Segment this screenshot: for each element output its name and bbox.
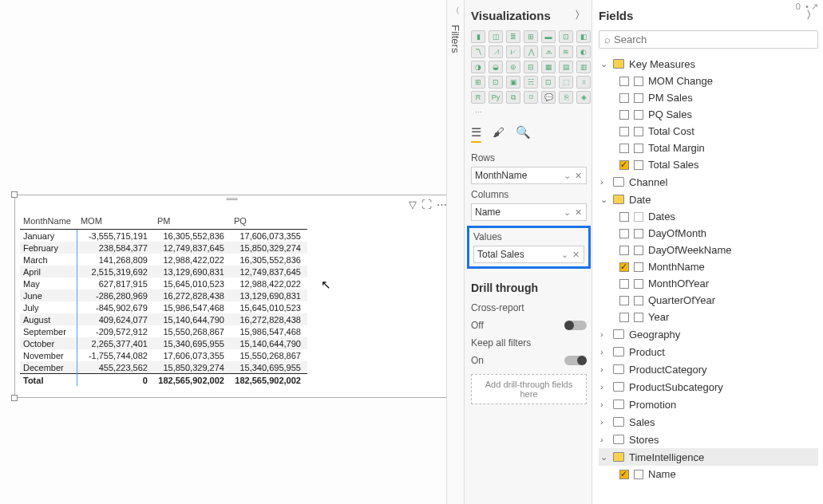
viz-type-icon[interactable]: ◑	[471, 61, 485, 73]
cross-report-toggle[interactable]	[564, 321, 587, 330]
viz-type-icon[interactable]: ▦	[541, 61, 556, 73]
focus-mode-icon[interactable]: ⛶	[421, 199, 432, 211]
drill-drop-zone[interactable]: Add drill-through fields here	[471, 374, 587, 404]
resize-handle-tl[interactable]	[11, 191, 18, 198]
field-item[interactable]: MonthOfYear	[618, 275, 818, 292]
viz-type-icon[interactable]: ▬	[541, 30, 556, 43]
viz-type-icon[interactable]: ⊟	[524, 61, 538, 73]
viz-type-icon[interactable]: ⊡	[489, 76, 503, 89]
viz-type-icon[interactable]: ≣	[506, 30, 520, 43]
col-header[interactable]: MonthName	[20, 213, 77, 230]
keep-filters-toggle[interactable]	[564, 356, 587, 365]
table-group[interactable]: ⌄TimeIntelligence	[599, 448, 818, 466]
checkbox[interactable]	[619, 212, 629, 222]
viz-type-icon[interactable]: ⊞	[471, 76, 485, 89]
viz-type-icon[interactable]: ⊡	[541, 76, 556, 89]
table-group[interactable]: ›ProductCategory	[599, 360, 818, 378]
table-row[interactable]: September-209,572,91215,550,268,86715,98…	[20, 325, 307, 337]
viz-type-icon[interactable]: ⧉	[506, 91, 520, 104]
viz-type-icon[interactable]: ▮	[471, 30, 485, 43]
viz-type-icon[interactable]: ◈	[576, 91, 591, 104]
checkbox[interactable]	[619, 229, 629, 238]
table-group[interactable]: ›Channel	[599, 173, 818, 191]
viz-type-icon[interactable]: ⩕	[541, 45, 556, 58]
viz-type-icon[interactable]: ▤	[559, 61, 573, 73]
field-item[interactable]: DayOfMonth	[618, 225, 818, 242]
checkbox[interactable]	[619, 313, 629, 322]
visual-filter-icon[interactable]: ▽	[409, 199, 417, 211]
col-header[interactable]: PM	[154, 213, 231, 230]
field-item[interactable]: QuarterOfYear	[618, 292, 818, 309]
table-row[interactable]: October2,265,377,40115,340,695,95515,140…	[20, 337, 307, 349]
checkbox[interactable]	[619, 144, 629, 153]
viz-type-icon[interactable]: ⋯	[471, 106, 485, 119]
drag-handle[interactable]: ══	[216, 195, 248, 203]
table-row[interactable]: December455,223,56215,850,329,27415,340,…	[20, 361, 307, 374]
field-item[interactable]: Name	[618, 466, 818, 482]
table-group[interactable]: ›Sales	[599, 413, 818, 431]
table-row[interactable]: July-845,902,67915,986,547,46815,645,010…	[20, 301, 307, 313]
checkbox[interactable]	[619, 127, 629, 136]
table-group[interactable]: ⌄Key Measures	[599, 55, 818, 73]
rows-well[interactable]: MonthName ⌄ ✕	[471, 167, 587, 184]
table-row[interactable]: August409,624,07715,140,644,79016,272,82…	[20, 313, 307, 325]
field-item[interactable]: Year	[618, 309, 818, 325]
chevron-left-icon[interactable]: 〈	[451, 5, 460, 17]
viz-type-icon[interactable]: R	[471, 91, 485, 104]
analytics-tab-icon[interactable]: 🔍	[516, 125, 531, 143]
viz-type-icon[interactable]: ⊡	[559, 30, 573, 43]
table-row[interactable]: January-3,555,715,19116,305,552,83617,60…	[20, 230, 307, 242]
checkbox[interactable]	[619, 77, 629, 86]
field-item[interactable]: MonthName	[618, 258, 818, 275]
field-item[interactable]: Total Cost	[618, 123, 818, 140]
viz-type-icon[interactable]: ◒	[489, 61, 503, 73]
table-row[interactable]: June-286,280,96916,272,828,43813,129,690…	[20, 289, 307, 301]
viz-type-icon[interactable]: ⌗	[576, 76, 591, 89]
viz-type-icon[interactable]: ◧	[576, 30, 591, 43]
viz-type-icon[interactable]: ⊚	[506, 61, 520, 73]
viz-type-icon[interactable]: 💬	[541, 91, 556, 104]
table-group[interactable]: ›Promotion	[599, 396, 818, 413]
fields-tab-icon[interactable]: ☰	[471, 125, 481, 143]
checkbox[interactable]	[619, 296, 629, 305]
format-tab-icon[interactable]: 🖌	[493, 125, 504, 143]
resize-handle-bl[interactable]	[11, 395, 18, 401]
rows-well-actions[interactable]: ⌄ ✕	[564, 171, 583, 181]
viz-type-icon[interactable]: Py	[489, 91, 503, 104]
table-group[interactable]: ›Stores	[599, 431, 818, 448]
viz-type-icon[interactable]: ⩗	[506, 45, 520, 58]
viz-type-icon[interactable]: ⩘	[489, 45, 503, 58]
viz-type-icon[interactable]: ◐	[576, 45, 591, 58]
viz-type-icon[interactable]: 〽	[471, 45, 485, 58]
chevron-right-icon[interactable]: 〉	[575, 8, 585, 22]
matrix-visual[interactable]: ══ ▽ ⛶ ⋯ MonthNameMOMPMPQ January-3,555,…	[14, 195, 449, 398]
table-row[interactable]: November-1,755,744,08217,606,073,35515,5…	[20, 349, 307, 361]
col-header[interactable]: PQ	[231, 213, 307, 230]
viz-type-icon[interactable]: ◫	[489, 30, 503, 43]
checkbox[interactable]	[619, 160, 629, 170]
checkbox[interactable]	[619, 93, 629, 103]
field-item[interactable]: MOM Change	[618, 73, 818, 89]
field-item[interactable]: PQ Sales	[618, 106, 818, 123]
viz-type-icon[interactable]: ⊞	[524, 30, 538, 43]
columns-well-actions[interactable]: ⌄ ✕	[564, 207, 583, 218]
viz-type-icon[interactable]: ⎘	[559, 91, 573, 104]
values-well[interactable]: Total Sales ⌄ ✕	[473, 246, 584, 263]
table-row[interactable]: February238,584,37712,749,837,64515,850,…	[20, 242, 307, 254]
fields-search[interactable]: ⌕	[599, 30, 818, 49]
viz-type-icon[interactable]: ≋	[559, 45, 573, 58]
fields-search-input[interactable]	[614, 33, 813, 45]
field-item[interactable]: Dates	[618, 208, 818, 225]
table-group[interactable]: ›Geography	[599, 325, 818, 343]
checkbox[interactable]	[619, 262, 629, 272]
viz-type-icon[interactable]: ⬚	[559, 76, 573, 89]
col-header[interactable]: MOM	[77, 213, 154, 230]
viz-type-icon[interactable]: ☵	[524, 76, 538, 89]
checkbox[interactable]	[619, 279, 629, 289]
field-item[interactable]: DayOfWeekName	[618, 242, 818, 258]
viz-type-icon[interactable]: ⋀	[524, 45, 538, 58]
table-group[interactable]: ›ProductSubcategory	[599, 378, 818, 396]
checkbox[interactable]	[619, 110, 629, 120]
viz-type-icon[interactable]: ▣	[506, 76, 520, 89]
field-item[interactable]: PM Sales	[618, 89, 818, 106]
